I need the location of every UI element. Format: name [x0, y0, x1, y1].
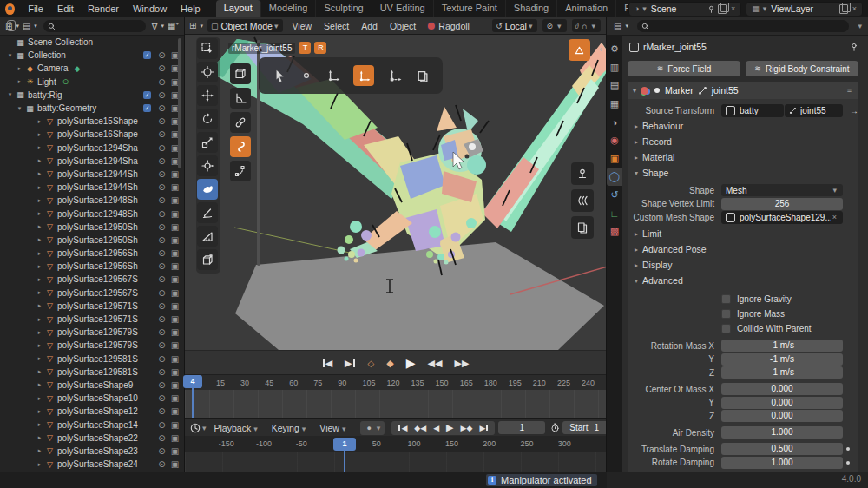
disable-render-icon[interactable]: ▣	[168, 433, 181, 443]
disable-render-icon[interactable]: ▣	[168, 393, 181, 403]
hide-eye-icon[interactable]: ⊙	[155, 77, 168, 87]
section-header[interactable]: ▸Advanced Pose	[628, 242, 858, 256]
expand-arrow-icon[interactable]: ▸	[35, 223, 44, 230]
expand-arrow-icon[interactable]: ▸	[15, 65, 24, 72]
marker-panel-header[interactable]: ▾ Marker joint55 ≡	[628, 82, 858, 99]
outliner-row[interactable]: ▸ ▽ polySurface12948Sh ✓ ⊙ ▣	[0, 194, 184, 207]
expand-arrow-icon[interactable]: ▸	[35, 355, 44, 362]
workspace-tab[interactable]: Sculpting	[316, 0, 372, 17]
outliner-row[interactable]: ▸ ▽ polySurface12948Sh ✓ ⊙ ▣	[0, 207, 184, 220]
hide-eye-icon[interactable]: ⊙	[155, 116, 168, 126]
display-mode-icon[interactable]: ▤	[23, 22, 30, 31]
expand-arrow-icon[interactable]: ▸	[35, 421, 44, 428]
outliner-row[interactable]: ▸ ▽ polySurface1294Sha ✓ ⊙ ▣	[0, 142, 184, 155]
pin-icon[interactable]	[707, 5, 715, 13]
hide-eye-icon[interactable]: ⊙	[155, 274, 168, 284]
plane-shape-button[interactable]	[571, 216, 594, 239]
custom-mesh-field[interactable]: polySurfaceShape129...×	[721, 211, 843, 224]
editor-type-icon[interactable]: ▤	[614, 22, 621, 31]
hide-eye-icon[interactable]: ⊙	[155, 143, 168, 153]
hide-eye-icon[interactable]: ⊙	[155, 446, 168, 456]
viewlayer-icon[interactable]: ▦	[752, 4, 760, 13]
hide-eye-icon[interactable]: ⊙	[155, 63, 168, 73]
hide-eye-icon[interactable]: ⊙	[155, 209, 168, 219]
breadcrumb-object-name[interactable]: rMarker_joint55	[643, 42, 707, 52]
chevron-down-icon[interactable]: ▾	[377, 424, 381, 432]
hide-eye-icon[interactable]: ⊙	[155, 222, 168, 232]
expand-arrow-icon[interactable]: ▸	[15, 78, 24, 85]
checkbox[interactable]	[721, 324, 731, 333]
properties-tab[interactable]: ▥	[607, 58, 622, 76]
limit-angle-tool[interactable]	[230, 88, 251, 109]
outliner-row[interactable]: ▸ ▽ polySurface12956Sh ✓ ⊙ ▣	[0, 247, 184, 260]
expand-arrow-icon[interactable]: ▸	[35, 118, 44, 125]
editor-type-clock-icon[interactable]	[190, 423, 201, 433]
viewport-menu-item[interactable]: View	[286, 21, 318, 31]
value-field[interactable]: 1.000	[721, 426, 843, 439]
chevron-down-icon[interactable]: ▾	[200, 23, 203, 30]
add-constraint-button[interactable]: ≋Rigid Body Constraint	[746, 61, 858, 76]
manipulator-timeline-track[interactable]	[185, 390, 606, 418]
new-viewlayer-icon[interactable]	[839, 4, 848, 14]
collapse-sidebar-icon[interactable]: ‹	[599, 43, 602, 54]
expand-arrow-icon[interactable]: ▸	[35, 236, 44, 243]
outliner-row[interactable]: ▸ ▽ polySurfaceShape9 ✓ ⊙ ▣	[0, 379, 184, 392]
annotate-tool[interactable]	[197, 202, 218, 223]
hide-eye-icon[interactable]: ⊙	[155, 367, 168, 377]
constraint-link-tool[interactable]	[230, 112, 251, 133]
disable-render-icon[interactable]: ▣	[168, 406, 181, 416]
measure-tool[interactable]	[197, 226, 218, 247]
outliner-row[interactable]: ▦ Scene Collection ✓ ⊙ ▣	[0, 36, 184, 49]
chevron-down-icon[interactable]: ▾	[763, 4, 767, 13]
value-field[interactable]: -1 m/s	[721, 366, 843, 379]
hide-eye-icon[interactable]: ⊙	[155, 129, 168, 139]
disable-render-icon[interactable]: ▣	[168, 459, 181, 469]
expand-arrow-icon[interactable]: ▸	[35, 197, 44, 204]
move-tool[interactable]	[197, 85, 218, 106]
hide-eye-icon[interactable]: ⊙	[155, 235, 168, 245]
properties-tab[interactable]: ▩	[607, 222, 622, 241]
menu-item[interactable]: Help	[174, 3, 207, 14]
hide-eye-icon[interactable]: ⊙	[155, 314, 168, 324]
scene-name[interactable]: Scene	[648, 3, 707, 14]
expand-arrow-icon[interactable]: ▸	[35, 329, 44, 336]
expand-arrow-icon[interactable]: ▸	[35, 447, 44, 454]
properties-tab[interactable]: ↺	[607, 186, 622, 204]
select-box-tool[interactable]	[197, 38, 218, 59]
frame-start-field[interactable]: Start 1	[562, 421, 606, 434]
value-field[interactable]: 0.000	[721, 397, 843, 409]
play-button[interactable]: ▶	[446, 422, 453, 433]
close-icon[interactable]: ×	[731, 4, 735, 13]
outliner-row[interactable]: ▾ ▦ Collection ✓ ⊙ ▣	[0, 49, 184, 62]
viewlayer-selector[interactable]: ▦ ▾ ViewLayer ×	[746, 2, 863, 16]
chevron-down-icon[interactable]: ▾	[16, 23, 19, 30]
jump-to-end-button[interactable]: ▶	[479, 424, 489, 432]
expand-arrow-icon[interactable]: ▸	[35, 276, 44, 283]
stopwatch-icon[interactable]	[550, 423, 560, 432]
mode-dropdown[interactable]: ▢ Object Mode ▾	[207, 19, 284, 32]
section-header[interactable]: ▸Limit	[628, 227, 858, 241]
expand-arrow-icon[interactable]: ▸	[35, 395, 44, 402]
value-field[interactable]: 0.500	[721, 443, 843, 455]
workspace-tab[interactable]: Rendering	[616, 0, 628, 17]
expand-arrow-icon[interactable]: ▸	[35, 368, 44, 375]
keyframe-outline-icon[interactable]: ◇	[368, 359, 375, 368]
vertex-limit-field[interactable]: 256	[721, 198, 843, 210]
disable-render-icon[interactable]: ▣	[168, 446, 181, 456]
value-field[interactable]: 1.000	[721, 457, 843, 469]
viewport-canvas[interactable]: rMarker_joint55 T R ‹	[185, 34, 606, 350]
expand-arrow-icon[interactable]: ▸	[35, 184, 44, 191]
search-input[interactable]	[43, 20, 146, 32]
chevron-down-icon[interactable]: ▾	[34, 23, 37, 30]
next-keyframe-button[interactable]: ▶◆	[461, 424, 473, 432]
hide-eye-icon[interactable]: ⊙	[155, 301, 168, 311]
disable-render-icon[interactable]: ▣	[168, 288, 181, 298]
disable-render-icon[interactable]: ▣	[168, 195, 181, 205]
outliner-row[interactable]: ▸ ▽ polySurface12944Sh ✓ ⊙ ▣	[0, 168, 184, 181]
translate-gizmo-icon[interactable]	[326, 69, 340, 82]
outliner-row[interactable]: ▸ ▽ polySurfaceShape24 ✓ ⊙ ▣	[0, 458, 184, 471]
disable-render-icon[interactable]: ▣	[168, 274, 181, 284]
disable-render-icon[interactable]: ▣	[168, 182, 181, 192]
value-field[interactable]: -1 m/s	[721, 340, 843, 352]
jump-to-start-button[interactable]: ◀	[398, 424, 407, 432]
